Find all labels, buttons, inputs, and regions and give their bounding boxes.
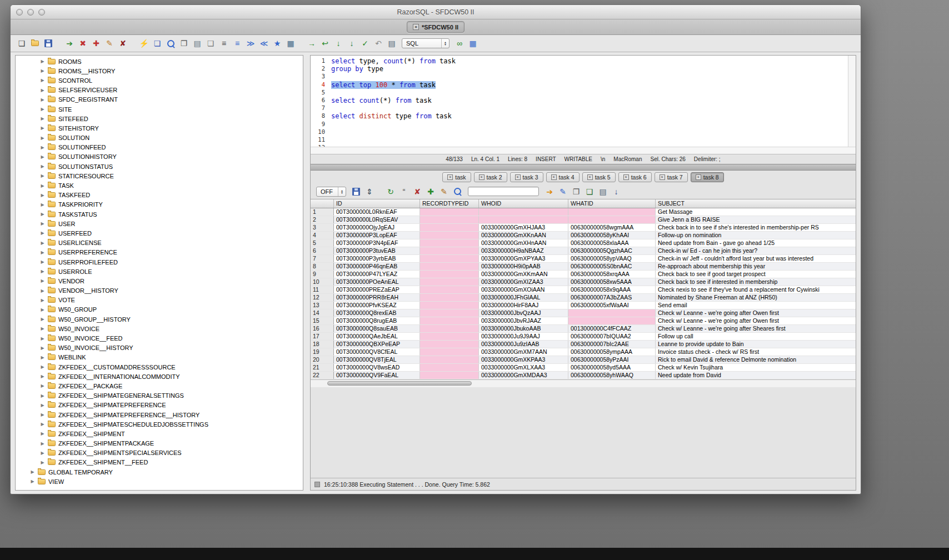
tree-item[interactable]: ▶SITEHISTORY [16,123,303,133]
document-tab[interactable]: × *SFDCW50 II [407,21,464,33]
tree-item[interactable]: ▶GLOBAL TEMPORARY [16,467,303,477]
cell[interactable]: Invoice status check - check w/ RS first [656,348,856,356]
cell[interactable]: 0013000000C4fFCAAZ [568,324,656,332]
cell[interactable] [420,317,479,324]
tree-item[interactable]: ▶USERROLE [16,267,303,276]
cell[interactable]: 00T3000000PREZaEAP [334,286,420,293]
cell[interactable]: 0033000000GmXHJAA3 [479,223,568,231]
cell[interactable] [420,247,479,254]
favorites-icon[interactable]: ★ [272,38,283,49]
vertical-splitter[interactable] [303,55,310,491]
scrollbar-thumb[interactable] [327,381,472,386]
cell[interactable]: 006300000058xlaAAA [568,239,656,247]
disclosure-triangle-icon[interactable]: ▶ [40,364,45,369]
table-row[interactable]: 200T3000000L0RqSEAVGive Jenn a BIG RAISE… [311,216,856,223]
cell[interactable]: 006300000058xrqAAA [568,270,656,278]
cell[interactable] [420,301,479,309]
cell[interactable]: 00T3000000P3yrbEAB [334,254,420,262]
tree-item[interactable]: ▶TASKPRIORITY [16,200,303,209]
rollback-icon[interactable]: ↶ [373,38,384,49]
edit-search-icon[interactable]: ✎ [557,186,568,197]
cell[interactable]: 0033000000GmXIZAA3 [479,278,568,286]
tab-close-icon[interactable]: × [623,174,629,180]
table-row[interactable]: 900T3000000P47LYEAZ0033000000GmXKmAAN006… [311,270,856,278]
outdent-icon[interactable]: ≪ [258,38,269,49]
cell[interactable]: 006300000058xw5AAA [568,278,656,286]
tab-close-icon[interactable]: × [696,174,701,180]
tree-item[interactable]: ▶VIEW [16,477,303,486]
tree-item[interactable]: ▶SFDC_REGISTRANT [16,95,303,104]
disclosure-triangle-icon[interactable]: ▶ [40,193,45,198]
cell[interactable]: 00630000007bIQUAA2 [568,332,656,340]
table-row[interactable]: 1100T3000000PREZaEAP0033000000GmXOiAAN00… [311,286,856,293]
disconnect-icon[interactable]: ✖ [77,38,88,49]
cell[interactable]: 0033000000JbvQzAAJ [479,309,568,317]
column-header[interactable]: WHATID [568,199,656,208]
code-line[interactable] [331,128,848,136]
cell[interactable]: 00T3000000OjyJgEAJ [334,223,420,231]
edit-cell-icon[interactable]: ✎ [438,186,449,197]
grid-view-icon[interactable]: ▦ [467,38,478,49]
tree-item[interactable]: ▶SELFSERVICEUSER [16,86,303,95]
code-line[interactable]: select distinct type from task [331,112,848,120]
cell[interactable]: 00T3000000P46qnEAB [334,262,420,270]
tree-item[interactable]: ▶VENDOR__HISTORY [16,286,303,296]
tree-item[interactable]: ▶ZKFEDEX__PACKAGE [16,381,303,391]
tree-item[interactable]: ▶SOLUTIONFEED [16,143,303,152]
disclosure-triangle-icon[interactable]: ▶ [40,212,45,217]
cell[interactable]: 006300000058yKhAAI [568,231,656,239]
cell[interactable]: 0033000000Ju9zIAAB [479,340,568,348]
cell[interactable]: Follow-up on nomination [656,231,856,239]
table-row[interactable]: 1400T3000000Q8rexEAB0033000000JbvQzAAJCh… [311,309,856,317]
cell[interactable] [420,363,479,371]
print-results-icon[interactable]: ▤ [597,186,608,197]
tree-item[interactable]: ▶W50_INVOICE [16,324,303,333]
cell[interactable]: 0033000000HirF8AAJ [479,301,568,309]
table-hscrollbar[interactable] [311,379,856,387]
previous-statement-icon[interactable]: ↩ [319,38,331,49]
cell[interactable]: 00T3000000Q8rugEAB [334,317,420,324]
cell[interactable]: 00T3000000QBXPeEAP [334,340,420,348]
cell[interactable]: Need update from Bain - gave go ahead 1/… [656,239,856,247]
tab-close-icon[interactable]: × [660,174,665,180]
disclosure-triangle-icon[interactable]: ▶ [40,288,45,293]
code-line[interactable] [331,104,848,112]
cell[interactable]: Check back in to see if she's interested… [656,223,856,231]
insert-row-icon[interactable]: ✚ [425,186,436,197]
disclosure-triangle-icon[interactable]: ▶ [40,460,45,465]
disclosure-triangle-icon[interactable]: ▶ [40,221,45,226]
cell[interactable]: 006300000058yhWAAQ [568,371,656,379]
auto-connect-icon[interactable]: ∞ [454,38,465,49]
quote-results-icon[interactable]: “ [398,186,409,197]
cell[interactable]: 00T3000000QV9FaEAL [334,371,420,379]
disclosure-triangle-icon[interactable]: ▶ [40,136,45,141]
disclosure-triangle-icon[interactable]: ▶ [40,317,45,322]
cell[interactable]: 0033000000GmXPYAA3 [479,254,568,262]
execute-script-icon[interactable]: ❏ [152,38,163,49]
column-header[interactable]: WHOID [479,199,568,208]
table-row[interactable]: 1200T3000000PRR8rEAH0033000000JFhGlAAL00… [311,293,856,301]
code-line[interactable] [331,121,848,128]
find-in-results-icon[interactable] [452,186,463,197]
column-header[interactable]: RECORDTYPEID [420,199,479,208]
cell[interactable]: 00630000005xfWaAAI [568,301,656,309]
cell[interactable]: 00630000005S0bnAAC [568,262,656,270]
cell[interactable]: 0033000000JbukoAAB [479,324,568,332]
tab-close-icon[interactable]: × [587,174,593,180]
tab-close-icon[interactable]: × [447,174,453,180]
cell[interactable]: 0033000000GmXHnAAN [479,239,568,247]
edit-connection-icon[interactable]: ✎ [104,38,115,49]
tree-item[interactable]: ▶SITE [16,104,303,114]
stop-status-icon[interactable] [314,482,320,487]
tree-item[interactable]: ▶VOTE [16,296,303,305]
disclosure-triangle-icon[interactable]: ▶ [40,259,45,264]
cell[interactable]: 006300000058wgmAAA [568,223,656,231]
cell[interactable]: 00T3000000P47LYEAZ [334,270,420,278]
cell[interactable] [568,208,656,216]
cell[interactable]: 006300000058ypVAAQ [568,254,656,262]
tree-item[interactable]: ▶W50_GROUP__HISTORY [16,314,303,324]
table-row[interactable]: 300T3000000OjyJgEAJ0033000000GmXHJAA3006… [311,223,856,231]
export-results-icon[interactable]: ❏ [584,186,595,197]
cell[interactable] [479,216,568,223]
cell[interactable] [420,270,479,278]
